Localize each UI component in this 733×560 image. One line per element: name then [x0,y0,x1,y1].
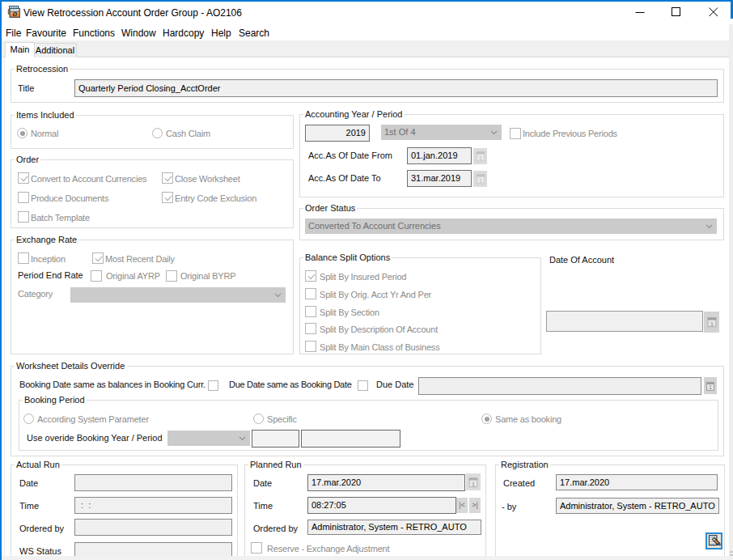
svg-text:o: o [12,9,17,18]
svg-text:1: 1 [478,155,482,162]
svg-text:1: 1 [472,480,476,487]
svg-text:1: 1 [709,384,712,391]
svg-text:1: 1 [710,320,714,328]
svg-text:1: 1 [478,177,482,185]
